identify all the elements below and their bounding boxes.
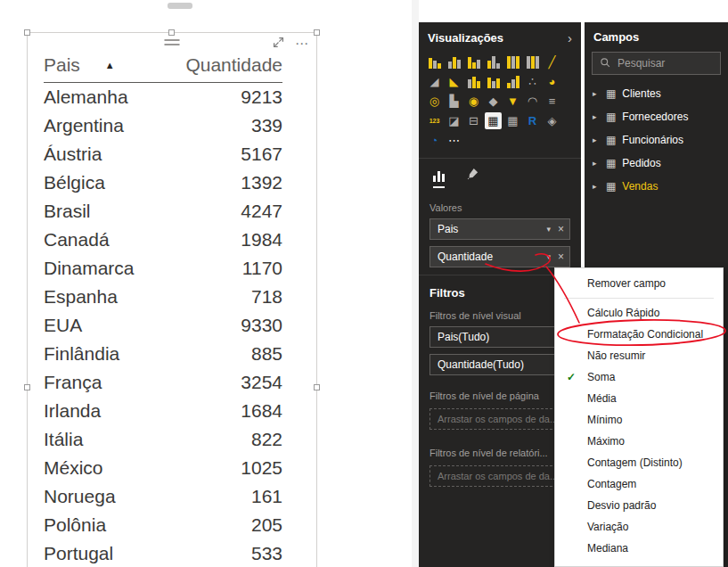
field-table-pedidos[interactable]: ▸▦Pedidos <box>585 152 728 175</box>
filter-well-quantidade-tudo[interactable]: Quantidade(Tudo)▾ <box>429 354 570 375</box>
donut-chart-icon[interactable]: ◎ <box>426 93 443 110</box>
table-visual[interactable]: ⋯ Pais ▲ Quantidade Alemanha9213Argentin… <box>27 32 317 567</box>
canvas-scroll-thumb[interactable] <box>168 3 192 9</box>
menu-item-maximo[interactable]: Máximo <box>555 431 723 452</box>
column-header-pais[interactable]: Pais ▲ <box>44 54 115 76</box>
funnel-chart-icon[interactable]: ▼ <box>504 93 521 110</box>
card-icon[interactable]: 123 <box>426 112 443 129</box>
multi-row-card-icon[interactable]: ≡ <box>544 93 560 110</box>
resize-handle[interactable] <box>314 29 320 36</box>
r-script-visual-icon[interactable]: R <box>524 112 541 129</box>
chevron-right-icon[interactable]: ▸ <box>593 112 600 121</box>
clustered-column-chart-icon[interactable] <box>485 53 502 70</box>
menu-item-remover-campo[interactable]: Remover campo <box>555 273 723 294</box>
remove-field-icon[interactable]: × <box>558 223 564 235</box>
stacked-area-chart-icon[interactable]: ◣ <box>446 73 462 90</box>
country-cell: Alemanha <box>44 86 128 108</box>
chevron-right-icon[interactable]: ▸ <box>593 136 600 144</box>
treemap-icon[interactable]: ▙ <box>446 93 462 110</box>
chevron-down-icon[interactable]: ▾ <box>546 225 551 234</box>
focus-mode-icon[interactable] <box>273 36 284 52</box>
menu-item-minimo[interactable]: Mínimo <box>555 409 723 431</box>
table-row[interactable]: Brasil4247 <box>44 197 282 226</box>
table-row[interactable]: França3254 <box>44 368 282 397</box>
resize-handle[interactable] <box>168 29 175 36</box>
chevron-right-icon[interactable]: ▸ <box>593 182 600 191</box>
menu-item-soma[interactable]: ✓Soma <box>555 366 723 388</box>
tab-fields[interactable] <box>433 168 445 188</box>
field-table-fornecedores[interactable]: ▸▦Fornecedores <box>585 105 728 128</box>
search-box[interactable] <box>592 52 721 75</box>
gauge-icon[interactable]: ◠ <box>524 93 541 110</box>
menu-item-contagem-distinto[interactable]: Contagem (Distinto) <box>555 452 723 473</box>
remove-field-icon[interactable]: × <box>558 251 564 263</box>
drag-grip-icon[interactable] <box>165 39 180 45</box>
table-row[interactable]: EUA9330 <box>44 311 282 340</box>
table-row[interactable]: Noruega161 <box>44 482 282 511</box>
table-row[interactable]: Espanha718 <box>44 283 282 311</box>
menu-item-media[interactable]: Média <box>555 388 723 409</box>
table-row[interactable]: Alemanha9213 <box>44 83 282 111</box>
slicer-icon[interactable]: ⊟ <box>465 112 482 129</box>
filter-well-pais-tudo[interactable]: Pais(Tudo)▾ <box>429 326 570 348</box>
menu-item-contagem[interactable]: Contagem <box>555 473 723 495</box>
menu-item-formatacao-condicional[interactable]: Formatação Condicional <box>555 324 723 345</box>
line-and-clustered-column-chart-icon[interactable] <box>485 73 502 90</box>
page-filter-drop-area[interactable]: Arrastar os campos de da... <box>429 408 570 430</box>
table-row[interactable]: Argentina339 <box>44 111 282 140</box>
waterfall-chart-icon[interactable] <box>504 73 521 90</box>
chevron-right-icon[interactable]: ▸ <box>593 159 600 168</box>
field-table-vendas[interactable]: ▸▦Vendas <box>585 175 728 198</box>
clustered-bar-chart-icon[interactable] <box>465 53 482 70</box>
table-row[interactable]: Canadá1984 <box>44 226 282 254</box>
column-header-quantidade[interactable]: Quantidade <box>185 54 282 76</box>
menu-item-calculo-rapido[interactable]: Cálculo Rápido <box>555 302 723 324</box>
line-and-stacked-column-chart-icon[interactable] <box>465 73 482 90</box>
100-stacked-column-chart-icon[interactable] <box>524 53 541 70</box>
chevron-down-icon[interactable]: ▾ <box>546 252 551 261</box>
report-filter-drop-area[interactable]: Arrastar os campos de da... <box>429 465 570 487</box>
menu-item-desvio-padrao[interactable]: Desvio padrão <box>555 495 723 516</box>
table-row[interactable]: Dinamarca1170 <box>44 254 282 283</box>
more-visuals-icon[interactable]: ⋯ <box>446 132 462 149</box>
field-well-quantidade[interactable]: Quantidade▾× <box>429 246 570 267</box>
scatter-chart-icon[interactable]: ∴ <box>524 73 541 90</box>
field-table-clientes[interactable]: ▸▦Clientes <box>585 82 728 105</box>
search-input[interactable] <box>616 56 713 70</box>
pie-chart-icon[interactable]: ◕ <box>544 73 560 90</box>
arcgis-map-icon[interactable]: ◔ <box>426 132 443 149</box>
visual-more-options-icon[interactable]: ⋯ <box>295 37 309 50</box>
area-chart-icon[interactable]: ◢ <box>426 73 443 90</box>
stacked-column-chart-icon[interactable] <box>446 53 462 70</box>
table-row[interactable]: Itália822 <box>44 425 282 454</box>
sort-ascending-icon[interactable]: ▲ <box>105 60 115 70</box>
pane-tabs <box>419 158 581 193</box>
matrix-icon[interactable]: ▦ <box>504 112 521 129</box>
chevron-right-icon[interactable]: ▸ <box>593 89 600 98</box>
menu-item-nao-resumir[interactable]: Não resumir <box>555 345 723 366</box>
filled-map-icon[interactable]: ◆ <box>485 93 502 110</box>
menu-item-mediana[interactable]: Mediana <box>555 538 723 559</box>
table-icon[interactable]: ▦ <box>485 112 502 129</box>
stacked-bar-chart-icon[interactable] <box>426 53 443 70</box>
map-icon[interactable]: ◉ <box>465 93 482 110</box>
field-well-pais[interactable]: Pais▾× <box>429 218 570 240</box>
table-row[interactable]: Áustria5167 <box>44 140 282 168</box>
tab-format[interactable] <box>466 168 479 188</box>
line-chart-icon[interactable]: ╱ <box>544 53 560 70</box>
field-table-funcionarios[interactable]: ▸▦Funcionários <box>585 128 728 152</box>
100-stacked-bar-chart-icon[interactable] <box>504 53 521 70</box>
shape-map-icon[interactable]: ◈ <box>544 112 560 129</box>
menu-item-variacao[interactable]: Variação <box>555 516 723 538</box>
resize-handle[interactable] <box>314 384 320 390</box>
table-row[interactable]: Bélgica1392 <box>44 168 282 197</box>
table-row[interactable]: Portugal533 <box>44 539 282 567</box>
table-row[interactable]: Finlândia885 <box>44 340 282 368</box>
kpi-icon[interactable]: ◪ <box>446 112 462 129</box>
table-row[interactable]: Polônia205 <box>44 511 282 539</box>
resize-handle[interactable] <box>24 29 30 36</box>
collapse-panel-icon[interactable]: › <box>568 30 572 45</box>
table-row[interactable]: Irlanda1684 <box>44 397 282 425</box>
resize-handle[interactable] <box>24 384 30 390</box>
table-row[interactable]: México1025 <box>44 454 282 482</box>
